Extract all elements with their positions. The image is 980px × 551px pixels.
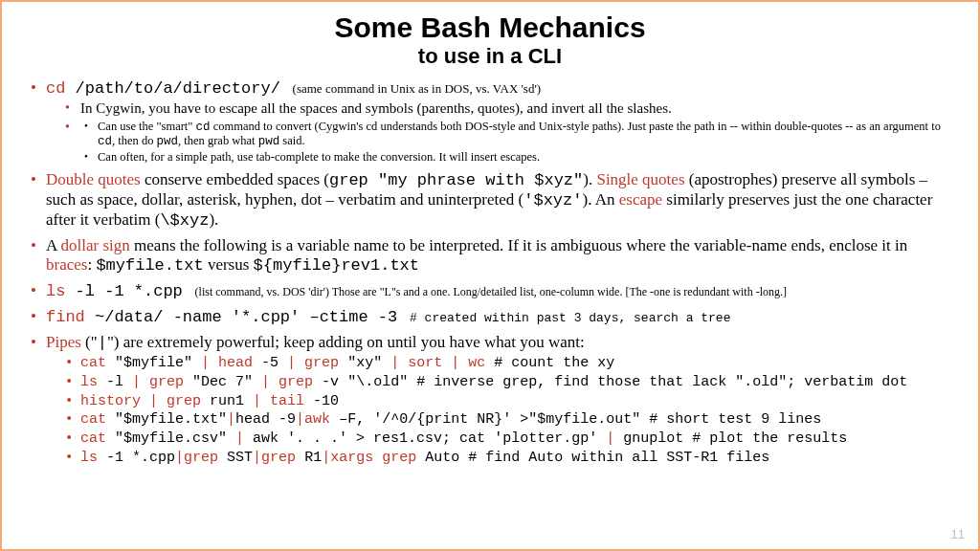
pipe-ex-4: cat "$myfile.txt"|head -9|awk –F, '/^0/{… [65,411,949,429]
cmd-cd: cd [46,79,65,98]
cd-sub-escape: In Cygwin, you have to escape all the sp… [65,100,949,118]
cd-sub-tab: Can often, for a simple path, use tab-co… [84,150,949,165]
bullet-pipes: Pipes ("|") are extremely powerful; keep… [31,333,949,466]
pipe-ex-5: cat "$myfile.csv" | awk '. . .' > res1.c… [65,430,949,448]
page-title: Some Bash Mechanics [31,11,949,44]
bullet-ls: ls -l -1 *.cpp (list command, vs. DOS 'd… [31,281,949,301]
pipe-ex-3: history | grep run1 | tail -10 [65,393,949,410]
bullet-dollar: A dollar sign means the following is a v… [31,236,949,276]
slide-frame: Some Bash Mechanics to use in a CLI cd /… [0,0,980,551]
cd-note: (same command in Unix as in DOS, vs. VAX… [293,81,542,96]
bullet-cd: cd /path/to/a/directory/ (same command i… [31,78,949,165]
page-subtitle: to use in a CLI [31,44,949,69]
cd-sub-smart: Can use the "smart" cd command to conver… [84,120,949,150]
page-number: 11 [951,527,965,541]
bullet-find: find ~/data/ -name '*.cpp' –ctime -3 # c… [31,307,949,327]
main-list: cd /path/to/a/directory/ (same command i… [31,78,949,466]
pipe-ex-1: cat "$myfile" | head -5 | grep "xy" | so… [65,355,949,372]
pipe-ex-6: ls -1 *.cpp|grep SST|grep R1|xargs grep … [65,450,949,467]
cd-path: /path/to/a/directory/ [65,79,279,98]
bullet-quotes: Double quotes conserve embedded spaces (… [31,170,949,231]
pipe-ex-2: ls -l | grep "Dec 7" | grep -v "\.old" #… [65,374,949,391]
